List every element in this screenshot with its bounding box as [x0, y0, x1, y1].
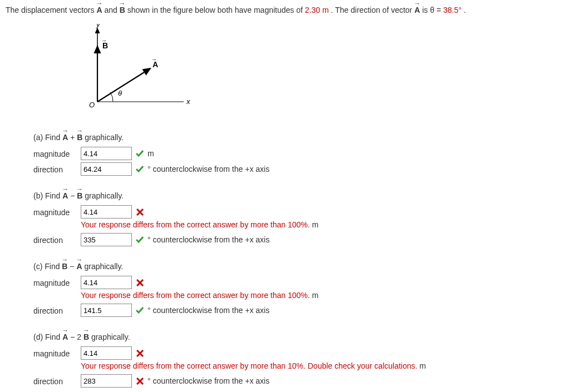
svg-text:→: → — [151, 56, 157, 62]
part-d-title: (d) Find A − 2 B graphically. — [33, 331, 564, 343]
text: graphically. — [91, 333, 130, 341]
vector-b: B — [83, 331, 89, 343]
feedback-text: Your response differs from the correct a… — [81, 219, 318, 231]
check-icon — [135, 235, 144, 244]
text: The displacement vectors — [6, 6, 96, 14]
unit-ccw: ° counterclockwise from the +x axis — [148, 163, 269, 175]
vector-a: A — [96, 4, 102, 16]
d-direction-input[interactable] — [81, 374, 132, 388]
vector-a: A — [62, 190, 68, 202]
problem-statement: The displacement vectors A and B shown i… — [6, 4, 564, 16]
direction-label: direction — [33, 374, 81, 388]
theta-label: θ — [118, 89, 122, 97]
unit-ccw: ° counterclockwise from the +x axis — [148, 375, 269, 387]
unit-m: m — [312, 220, 319, 229]
text: (a) Find — [33, 133, 62, 142]
part-a: (a) Find A + B graphically. magnitude m … — [33, 132, 564, 176]
part-a-title: (a) Find A + B graphically. — [33, 132, 564, 143]
y-axis-label: y — [96, 24, 101, 28]
magnitude-value: 2.30 m — [305, 6, 329, 14]
text: (b) Find — [33, 191, 62, 200]
part-b-title: (b) Find A − B graphically. — [33, 190, 564, 202]
c-direction-input[interactable] — [81, 304, 132, 317]
unit-m: m — [148, 148, 154, 160]
text: (c) Find — [33, 262, 62, 271]
unit-ccw: ° counterclockwise from the +x axis — [148, 234, 269, 246]
text: and — [104, 6, 119, 14]
text: . — [464, 6, 466, 14]
vector-figure: y x O B → A → θ — [72, 24, 564, 122]
a-direction-input[interactable] — [81, 162, 132, 176]
unit-m: m — [312, 291, 319, 300]
text: (d) Find — [33, 333, 62, 341]
x-icon — [135, 349, 144, 358]
unit-ccw: ° counterclockwise from the +x axis — [148, 305, 269, 316]
vector-a: A — [414, 4, 420, 16]
magnitude-label: magnitude — [33, 276, 81, 289]
part-d: (d) Find A − 2 B graphically. magnitude … — [33, 331, 564, 388]
vector-a: A — [62, 132, 68, 143]
x-icon — [135, 207, 144, 216]
magnitude-label: magnitude — [33, 346, 81, 360]
part-c: (c) Find B − A graphically. magnitude Yo… — [33, 261, 564, 317]
check-icon — [135, 149, 144, 158]
feedback-msg: Your response differs from the correct a… — [81, 361, 417, 370]
unit-m: m — [420, 361, 426, 370]
origin-label: O — [89, 101, 95, 109]
feedback-text: Your response differs from the correct a… — [81, 290, 318, 301]
vector-a: A — [62, 331, 68, 343]
b-direction-input[interactable] — [81, 233, 132, 246]
d-magnitude-input[interactable] — [81, 346, 132, 360]
check-icon — [135, 306, 144, 315]
direction-label: direction — [33, 162, 81, 176]
magnitude-label: magnitude — [33, 205, 81, 219]
text: graphically. — [84, 262, 123, 271]
x-icon — [135, 376, 144, 385]
part-b: (b) Find A − B graphically. magnitude Yo… — [33, 190, 564, 246]
vector-b: B — [62, 261, 67, 272]
direction-label: direction — [33, 233, 81, 246]
direction-label: direction — [33, 304, 81, 317]
text: graphically. — [85, 191, 124, 200]
text: graphically. — [85, 133, 124, 142]
svg-line-3 — [97, 68, 150, 102]
c-magnitude-input[interactable] — [81, 276, 132, 289]
x-icon — [135, 278, 144, 287]
feedback-msg: Your response differs from the correct a… — [81, 291, 310, 300]
vector-b: B — [77, 132, 82, 143]
vector-a: A — [76, 261, 82, 272]
vector-b: B — [77, 190, 82, 202]
vector-b: B — [120, 4, 125, 16]
feedback-msg: Your response differs from the correct a… — [81, 220, 310, 229]
check-icon — [135, 165, 144, 173]
a-magnitude-input[interactable] — [81, 147, 132, 160]
magnitude-label: magnitude — [33, 147, 81, 160]
svg-text:→: → — [101, 37, 107, 43]
text: . The direction of vector — [331, 6, 415, 14]
text: shown in the figure below both have magn… — [127, 6, 305, 14]
text: is θ = — [422, 6, 443, 14]
part-c-title: (c) Find B − A graphically. — [33, 261, 564, 272]
angle-value: 38.5° — [443, 6, 461, 14]
b-magnitude-input[interactable] — [81, 205, 132, 219]
x-axis-label: x — [186, 97, 190, 106]
text: − 2 — [70, 333, 81, 341]
figure-svg: y x O B → A → θ — [72, 24, 195, 118]
feedback-text: Your response differs from the correct a… — [81, 360, 426, 372]
